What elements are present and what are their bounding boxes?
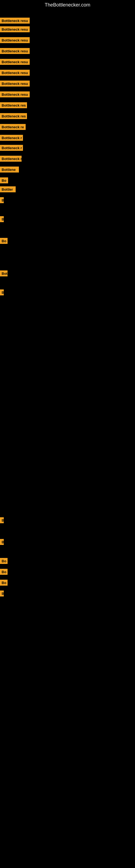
bottleneck-result-item[interactable]: B (0, 517, 4, 523)
bottleneck-result-item[interactable]: Bottleneck re (0, 124, 26, 130)
bottleneck-result-item[interactable]: Bo (0, 177, 8, 183)
bottleneck-result-item[interactable]: Bottler (0, 186, 16, 192)
bottleneck-result-item[interactable]: Bottleneck r (0, 145, 23, 151)
bottleneck-result-item[interactable]: Bo (0, 558, 8, 564)
bottleneck-result-item[interactable]: Bottlene (0, 166, 19, 173)
bottleneck-result-item[interactable]: Bo (0, 238, 8, 244)
bottleneck-result-item[interactable]: Bottleneck resu (0, 70, 30, 76)
bottleneck-result-item[interactable]: B (0, 289, 4, 296)
bottleneck-result-item[interactable]: Bo (0, 569, 8, 575)
bottleneck-result-item[interactable]: Bottleneck res (0, 102, 27, 108)
bottleneck-result-item[interactable]: B (0, 590, 4, 596)
bottleneck-result-item[interactable]: Bottleneck resu (0, 81, 30, 87)
bottleneck-result-item[interactable]: B (0, 539, 4, 545)
bottleneck-result-item[interactable]: B (0, 197, 4, 203)
bottleneck-result-item[interactable]: Bottleneck resu (0, 91, 30, 97)
bottleneck-result-item[interactable]: Bottleneck resu (0, 59, 30, 65)
bottleneck-result-item[interactable]: B (0, 216, 4, 222)
bottleneck-result-item[interactable]: Bottleneck resu (0, 26, 30, 32)
bottleneck-result-item[interactable]: Bottleneck res (0, 113, 27, 119)
bottleneck-result-item[interactable]: Bottleneck r (0, 156, 21, 162)
bottleneck-result-item[interactable]: Bot (0, 271, 8, 276)
bottleneck-result-item[interactable]: Bo (0, 580, 8, 586)
bottleneck-result-item[interactable]: Bottleneck resu (0, 37, 30, 43)
bottleneck-result-item[interactable]: Bottleneck resu (0, 18, 30, 24)
bottleneck-result-item[interactable]: Bottleneck resu (0, 48, 30, 54)
site-title: TheBottlenecker.com (0, 0, 135, 10)
bottleneck-result-item[interactable]: Bottleneck r (0, 135, 23, 141)
